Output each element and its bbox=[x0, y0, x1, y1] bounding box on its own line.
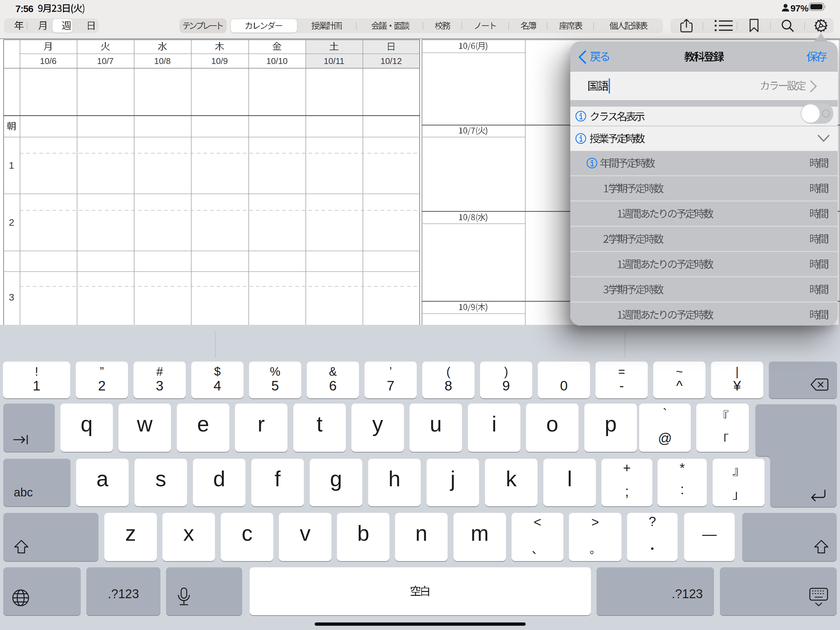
svg-text:10/7: 10/7 bbox=[97, 56, 114, 66]
svg-text:10/11: 10/11 bbox=[324, 56, 344, 66]
svg-text:10/9: 10/9 bbox=[211, 56, 228, 66]
svg-text:10/8: 10/8 bbox=[154, 56, 171, 66]
svg-text:2: 2 bbox=[9, 217, 14, 228]
svg-text:10/10: 10/10 bbox=[266, 56, 287, 66]
svg-text:3: 3 bbox=[9, 292, 14, 303]
svg-text:10/6: 10/6 bbox=[40, 56, 57, 66]
svg-text:10/12: 10/12 bbox=[380, 56, 402, 66]
svg-text:1: 1 bbox=[9, 160, 14, 171]
